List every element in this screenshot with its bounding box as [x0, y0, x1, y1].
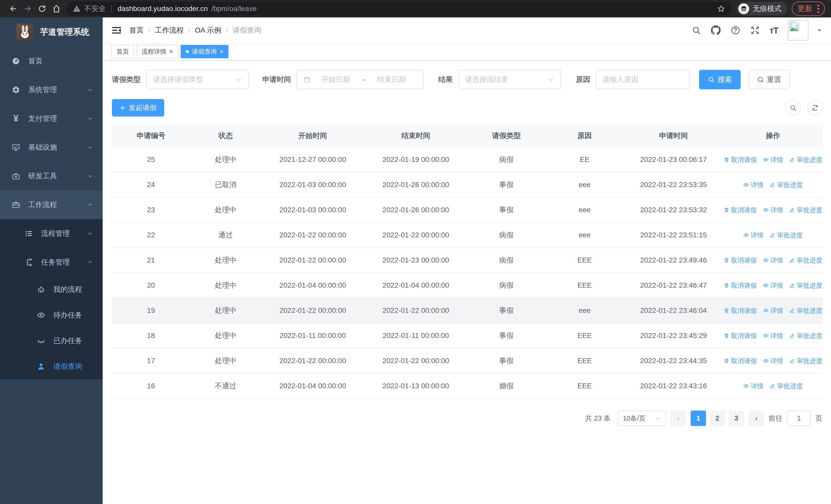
font-size-icon[interactable]: тT: [770, 25, 778, 35]
cell-start-time: 2022-01-22 00:00:00: [261, 306, 365, 315]
sidebar-item-done-tasks[interactable]: 已办任务: [0, 328, 103, 354]
cancel-leave-link[interactable]: 取消请假: [724, 357, 757, 365]
leave-type-select[interactable]: 请选择请假类型: [146, 70, 249, 89]
sidebar-item-leave-query[interactable]: 请假查询: [0, 354, 103, 379]
approval-progress-link[interactable]: 审批进度: [770, 231, 803, 239]
search-icon[interactable]: [692, 26, 701, 35]
sidebar-item-todo-tasks[interactable]: 待办任务: [0, 302, 103, 328]
refresh-button[interactable]: [807, 100, 823, 116]
detail-link[interactable]: 详情: [763, 206, 783, 214]
sidebar-item-system[interactable]: 系统管理: [0, 76, 103, 104]
approval-progress-link[interactable]: 审批进度: [790, 206, 823, 214]
date-end-placeholder: 结束日期: [367, 75, 417, 84]
chrome-update-button[interactable]: 更新: [792, 2, 825, 16]
page-button-3[interactable]: 3: [728, 411, 744, 426]
cell-status: 处理中: [190, 356, 261, 366]
url-path[interactable]: /bpm/oa/leave: [211, 5, 257, 13]
sidebar-item-home[interactable]: 首页: [0, 47, 103, 76]
security-label[interactable]: 不安全: [84, 4, 106, 13]
sidebar-item-devtools[interactable]: 研发工具: [0, 162, 103, 190]
menu-fold-icon[interactable]: [111, 26, 122, 35]
close-icon[interactable]: ×: [220, 49, 223, 55]
cancel-leave-link[interactable]: 取消请假: [724, 331, 757, 340]
cancel-leave-link[interactable]: 取消请假: [724, 256, 757, 265]
cancel-leave-link[interactable]: 取消请假: [724, 306, 757, 315]
reason-input[interactable]: [596, 70, 689, 89]
tab-leave-query[interactable]: 请假查询 ×: [181, 45, 228, 58]
breadcrumb-current: 请假查询: [232, 25, 261, 35]
sidebar-item-my-process[interactable]: 我的流程: [0, 277, 103, 302]
create-leave-button[interactable]: 发起请假: [112, 99, 164, 117]
breadcrumb-workflow[interactable]: 工作流程: [155, 25, 184, 35]
detail-link[interactable]: 详情: [763, 281, 783, 290]
page-button-1[interactable]: 1: [691, 411, 706, 426]
search-button[interactable]: 搜索: [699, 70, 741, 89]
page-button-2[interactable]: 2: [710, 411, 725, 426]
approval-progress-link[interactable]: 审批进度: [770, 382, 803, 390]
approval-progress-link[interactable]: 审批进度: [790, 357, 823, 365]
home-icon[interactable]: [49, 2, 64, 16]
app-title: 芋道管理系统: [40, 26, 89, 38]
goto-page-input[interactable]: [787, 411, 811, 426]
avatar[interactable]: [788, 20, 808, 40]
back-icon[interactable]: [6, 2, 21, 16]
tab-process-detail[interactable]: 流程详情 ×: [137, 45, 178, 58]
sidebar-item-infra[interactable]: 基础设施: [0, 133, 103, 162]
fullscreen-icon[interactable]: [750, 25, 760, 35]
detail-link[interactable]: 详情: [763, 357, 783, 365]
prev-page-button[interactable]: ‹: [670, 411, 686, 426]
detail-link[interactable]: 详情: [763, 306, 783, 315]
cell-reason: eee: [546, 231, 624, 239]
detail-link[interactable]: 详情: [743, 382, 764, 390]
cell-reason: eee: [546, 181, 624, 189]
help-icon[interactable]: [730, 25, 740, 35]
reset-button[interactable]: 重置: [748, 70, 790, 89]
approval-progress-link[interactable]: 审批进度: [790, 256, 823, 265]
table-row: 19 处理中 2022-01-22 00:00:00 2022-01-22 00…: [112, 298, 823, 323]
chevron-down-icon: [87, 144, 93, 151]
cell-actions: 详情审批进度: [723, 231, 823, 239]
detail-link[interactable]: 详情: [763, 331, 783, 340]
approval-progress-link[interactable]: 审批进度: [790, 155, 823, 164]
cell-apply-time: 2022-01-22 23:44:35: [624, 357, 723, 365]
approval-progress-link[interactable]: 审批进度: [770, 181, 803, 189]
browser-menu-icon[interactable]: [818, 5, 819, 13]
forward-icon[interactable]: [21, 2, 35, 16]
detail-link[interactable]: 详情: [763, 256, 783, 265]
approval-progress-link[interactable]: 审批进度: [790, 331, 823, 340]
result-select[interactable]: 请选择流结果: [458, 70, 561, 89]
cancel-leave-link[interactable]: 取消请假: [724, 281, 757, 290]
address-bar[interactable]: 不安全 dashboard.yudao.iocoder.cn/bpm/oa/le…: [66, 2, 732, 16]
page-unit-label: 页: [815, 414, 822, 423]
url-host[interactable]: dashboard.yudao.iocoder.cn: [118, 5, 208, 13]
sidebar-item-label: 研发工具: [28, 171, 57, 181]
apply-time-label: 申请时间: [262, 75, 291, 84]
approval-progress-link[interactable]: 审批进度: [790, 281, 823, 290]
cancel-leave-link[interactable]: 取消请假: [724, 155, 757, 164]
bookmark-star-icon[interactable]: [717, 5, 725, 13]
close-icon[interactable]: ×: [169, 49, 173, 55]
detail-link[interactable]: 详情: [743, 231, 764, 239]
next-page-button[interactable]: ›: [749, 411, 764, 426]
update-label[interactable]: 更新: [797, 4, 812, 14]
breadcrumb-oa-example[interactable]: OA 示例: [195, 25, 222, 35]
sidebar-item-task-mgmt[interactable]: 任务管理: [0, 248, 103, 277]
page-size-select[interactable]: 10条/页: [618, 411, 666, 426]
reload-icon[interactable]: [35, 2, 49, 16]
cell-end-time: 2022-01-13 00:00:00: [364, 382, 467, 390]
github-icon[interactable]: [711, 25, 721, 35]
tab-home[interactable]: 首页: [111, 45, 134, 58]
breadcrumb-home[interactable]: 首页: [130, 25, 144, 35]
sidebar-item-workflow[interactable]: 工作流程: [0, 190, 103, 219]
caret-down-icon[interactable]: [816, 27, 822, 33]
approval-progress-link[interactable]: 审批进度: [790, 306, 823, 315]
cell-status: 处理中: [190, 280, 261, 290]
sidebar-item-process-mgmt[interactable]: 流程管理: [0, 219, 103, 248]
apply-time-range-picker[interactable]: 开始日期 - 结束日期: [297, 70, 424, 89]
omnibox-separator: [111, 5, 112, 12]
sidebar-item-payment[interactable]: ¥ 支付管理: [0, 104, 103, 133]
detail-link[interactable]: 详情: [743, 181, 764, 189]
toggle-search-button[interactable]: [785, 100, 801, 116]
detail-link[interactable]: 详情: [763, 155, 783, 164]
cancel-leave-link[interactable]: 取消请假: [724, 206, 757, 214]
